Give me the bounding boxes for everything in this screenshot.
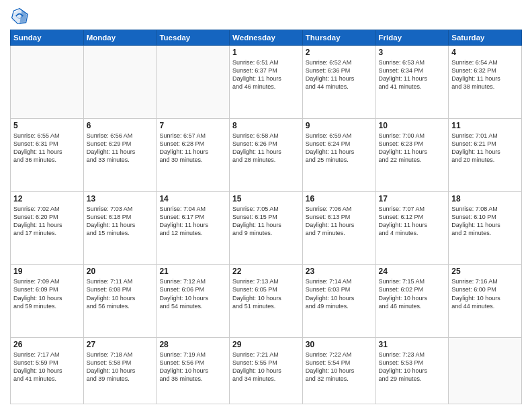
calendar-cell: 4Sunrise: 6:54 AM Sunset: 6:32 PM Daylig… (449, 46, 522, 119)
calendar-cell: 19Sunrise: 7:09 AM Sunset: 6:09 PM Dayli… (11, 265, 84, 338)
day-number: 30 (306, 340, 373, 349)
day-number: 10 (379, 121, 446, 130)
week-row-3: 19Sunrise: 7:09 AM Sunset: 6:09 PM Dayli… (11, 265, 522, 338)
day-info: Sunrise: 6:57 AM Sunset: 6:28 PM Dayligh… (159, 132, 226, 165)
day-number: 11 (451, 121, 519, 130)
calendar-cell: 10Sunrise: 7:00 AM Sunset: 6:23 PM Dayli… (375, 118, 449, 191)
calendar-cell: 16Sunrise: 7:06 AM Sunset: 6:13 PM Dayli… (302, 191, 375, 265)
calendar-cell: 23Sunrise: 7:14 AM Sunset: 6:03 PM Dayli… (302, 265, 375, 338)
day-number: 21 (159, 267, 226, 276)
page: SundayMondayTuesdayWednesdayThursdayFrid… (0, 0, 532, 411)
day-number: 25 (451, 267, 519, 276)
logo (10, 7, 32, 26)
day-info: Sunrise: 7:15 AM Sunset: 6:02 PM Dayligh… (379, 277, 446, 310)
calendar-cell: 14Sunrise: 7:04 AM Sunset: 6:17 PM Dayli… (157, 191, 230, 265)
day-info: Sunrise: 7:04 AM Sunset: 6:17 PM Dayligh… (159, 205, 226, 238)
day-info: Sunrise: 7:19 AM Sunset: 5:56 PM Dayligh… (159, 351, 226, 383)
day-header-friday: Friday (375, 30, 449, 46)
calendar-cell: 29Sunrise: 7:21 AM Sunset: 5:55 PM Dayli… (230, 338, 303, 404)
calendar-cell: 6Sunrise: 6:56 AM Sunset: 6:29 PM Daylig… (83, 118, 157, 191)
day-info: Sunrise: 7:22 AM Sunset: 5:54 PM Dayligh… (306, 351, 373, 383)
week-row-4: 26Sunrise: 7:17 AM Sunset: 5:59 PM Dayli… (11, 338, 522, 404)
calendar-cell: 20Sunrise: 7:11 AM Sunset: 6:08 PM Dayli… (83, 265, 157, 338)
calendar-cell: 24Sunrise: 7:15 AM Sunset: 6:02 PM Dayli… (375, 265, 449, 338)
day-number: 8 (232, 121, 300, 130)
day-info: Sunrise: 6:58 AM Sunset: 6:26 PM Dayligh… (232, 132, 300, 165)
day-number: 24 (379, 267, 446, 276)
day-info: Sunrise: 7:18 AM Sunset: 5:58 PM Dayligh… (87, 351, 154, 383)
day-info: Sunrise: 6:52 AM Sunset: 6:36 PM Dayligh… (306, 58, 373, 91)
day-info: Sunrise: 7:06 AM Sunset: 6:13 PM Dayligh… (306, 205, 373, 238)
day-number: 13 (87, 194, 154, 203)
day-header-tuesday: Tuesday (157, 30, 230, 46)
day-info: Sunrise: 7:17 AM Sunset: 5:59 PM Dayligh… (13, 351, 81, 383)
calendar-cell (449, 338, 522, 404)
day-number: 20 (87, 267, 154, 276)
calendar-cell: 31Sunrise: 7:23 AM Sunset: 5:53 PM Dayli… (375, 338, 449, 404)
calendar-cell (83, 46, 157, 119)
calendar-cell: 2Sunrise: 6:52 AM Sunset: 6:36 PM Daylig… (302, 46, 375, 119)
calendar-cell: 22Sunrise: 7:13 AM Sunset: 6:05 PM Dayli… (230, 265, 303, 338)
day-info: Sunrise: 7:16 AM Sunset: 6:00 PM Dayligh… (451, 277, 519, 310)
day-info: Sunrise: 7:09 AM Sunset: 6:09 PM Dayligh… (13, 277, 81, 310)
day-info: Sunrise: 6:55 AM Sunset: 6:31 PM Dayligh… (13, 132, 81, 165)
day-info: Sunrise: 7:01 AM Sunset: 6:21 PM Dayligh… (451, 132, 519, 165)
day-number: 2 (306, 48, 373, 57)
calendar-header-row: SundayMondayTuesdayWednesdayThursdayFrid… (11, 30, 522, 46)
day-info: Sunrise: 7:02 AM Sunset: 6:20 PM Dayligh… (13, 205, 81, 238)
day-number: 26 (13, 340, 81, 349)
day-number: 18 (451, 194, 519, 203)
week-row-1: 5Sunrise: 6:55 AM Sunset: 6:31 PM Daylig… (11, 118, 522, 191)
day-number: 16 (306, 194, 373, 203)
day-number: 1 (232, 48, 300, 57)
day-header-wednesday: Wednesday (230, 30, 303, 46)
calendar-cell: 9Sunrise: 6:59 AM Sunset: 6:24 PM Daylig… (302, 118, 375, 191)
calendar-cell: 17Sunrise: 7:07 AM Sunset: 6:12 PM Dayli… (375, 191, 449, 265)
day-header-thursday: Thursday (302, 30, 375, 46)
day-info: Sunrise: 7:11 AM Sunset: 6:08 PM Dayligh… (87, 277, 154, 310)
calendar-table: SundayMondayTuesdayWednesdayThursdayFrid… (10, 30, 522, 404)
calendar-cell: 5Sunrise: 6:55 AM Sunset: 6:31 PM Daylig… (11, 118, 84, 191)
day-number: 7 (159, 121, 226, 130)
day-number: 14 (159, 194, 226, 203)
day-header-saturday: Saturday (449, 30, 522, 46)
day-header-monday: Monday (83, 30, 157, 46)
day-info: Sunrise: 6:54 AM Sunset: 6:32 PM Dayligh… (451, 58, 519, 91)
calendar-cell: 11Sunrise: 7:01 AM Sunset: 6:21 PM Dayli… (449, 118, 522, 191)
day-number: 22 (232, 267, 300, 276)
day-info: Sunrise: 7:00 AM Sunset: 6:23 PM Dayligh… (379, 132, 446, 165)
day-number: 23 (306, 267, 373, 276)
calendar-cell: 8Sunrise: 6:58 AM Sunset: 6:26 PM Daylig… (230, 118, 303, 191)
day-number: 6 (87, 121, 154, 130)
day-number: 31 (379, 340, 446, 349)
day-info: Sunrise: 7:07 AM Sunset: 6:12 PM Dayligh… (379, 205, 446, 238)
calendar-cell: 21Sunrise: 7:12 AM Sunset: 6:06 PM Dayli… (157, 265, 230, 338)
calendar-cell (11, 46, 84, 119)
calendar-cell: 30Sunrise: 7:22 AM Sunset: 5:54 PM Dayli… (302, 338, 375, 404)
day-number: 29 (232, 340, 300, 349)
day-info: Sunrise: 6:53 AM Sunset: 6:34 PM Dayligh… (379, 58, 446, 91)
calendar-cell: 15Sunrise: 7:05 AM Sunset: 6:15 PM Dayli… (230, 191, 303, 265)
day-number: 27 (87, 340, 154, 349)
day-number: 15 (232, 194, 300, 203)
day-number: 17 (379, 194, 446, 203)
calendar-cell: 1Sunrise: 6:51 AM Sunset: 6:37 PM Daylig… (230, 46, 303, 119)
day-info: Sunrise: 7:13 AM Sunset: 6:05 PM Dayligh… (232, 277, 300, 310)
calendar-cell: 27Sunrise: 7:18 AM Sunset: 5:58 PM Dayli… (83, 338, 157, 404)
day-info: Sunrise: 7:03 AM Sunset: 6:18 PM Dayligh… (87, 205, 154, 238)
day-number: 5 (13, 121, 81, 130)
calendar-cell: 3Sunrise: 6:53 AM Sunset: 6:34 PM Daylig… (375, 46, 449, 119)
logo-icon (10, 7, 29, 26)
week-row-2: 12Sunrise: 7:02 AM Sunset: 6:20 PM Dayli… (11, 191, 522, 265)
calendar-cell: 13Sunrise: 7:03 AM Sunset: 6:18 PM Dayli… (83, 191, 157, 265)
day-number: 19 (13, 267, 81, 276)
calendar-cell: 26Sunrise: 7:17 AM Sunset: 5:59 PM Dayli… (11, 338, 84, 404)
calendar-cell: 28Sunrise: 7:19 AM Sunset: 5:56 PM Dayli… (157, 338, 230, 404)
day-number: 3 (379, 48, 446, 57)
day-info: Sunrise: 7:05 AM Sunset: 6:15 PM Dayligh… (232, 205, 300, 238)
day-number: 9 (306, 121, 373, 130)
day-info: Sunrise: 7:21 AM Sunset: 5:55 PM Dayligh… (232, 351, 300, 383)
day-number: 28 (159, 340, 226, 349)
calendar-cell: 12Sunrise: 7:02 AM Sunset: 6:20 PM Dayli… (11, 191, 84, 265)
day-header-sunday: Sunday (11, 30, 84, 46)
